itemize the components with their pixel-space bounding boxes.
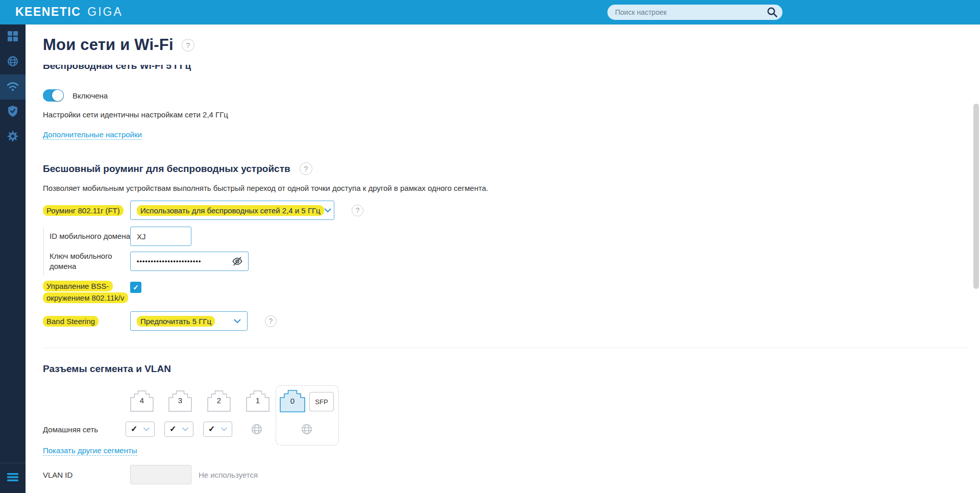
check-icon: ✓	[133, 283, 139, 291]
sidebar-item-internet[interactable]	[0, 50, 26, 75]
port-0-internet-globe-icon	[301, 423, 313, 437]
roaming-help-icon[interactable]: ?	[300, 162, 312, 175]
wifi5-section-title: Беспроводная сеть Wi-Fi 5 ГГц	[43, 65, 191, 71]
sidebar-menu-toggle[interactable]	[0, 463, 26, 493]
shield-icon	[7, 105, 18, 119]
section-divider	[43, 348, 968, 348]
port-0-selected[interactable]: 0	[280, 390, 305, 412]
vlan-id-label: VLAN ID	[43, 471, 130, 479]
port-4-segment-dropdown[interactable]: ✓	[126, 422, 155, 437]
settings-search	[607, 5, 782, 20]
sidebar-item-management[interactable]	[0, 125, 26, 150]
check-icon: ✓	[131, 425, 137, 433]
port-3[interactable]: 3	[168, 390, 192, 412]
sidebar-nav	[0, 24, 26, 493]
eye-slash-icon[interactable]	[232, 256, 243, 266]
vlan-status: Не используется	[199, 471, 258, 479]
page-help-icon[interactable]: ?	[182, 39, 194, 52]
band-steering-value: Предпочитать 5 ГГц	[137, 317, 215, 326]
gear-icon	[7, 130, 19, 144]
band-steering-label: Band Steering	[43, 317, 130, 326]
dashboard-icon	[7, 31, 18, 44]
wifi5-toggle-label: Включена	[72, 91, 108, 100]
domain-id-field[interactable]	[130, 227, 191, 246]
search-icon[interactable]	[766, 6, 778, 20]
domain-key-label: Ключ мобильного домена	[50, 251, 130, 272]
globe-icon	[7, 55, 19, 69]
bss-checkbox[interactable]: ✓	[130, 282, 141, 293]
port-3-segment-dropdown[interactable]: ✓	[164, 422, 193, 437]
wifi5-enabled-toggle[interactable]	[43, 89, 64, 102]
check-icon: ✓	[169, 425, 176, 433]
subfields-indent-rule	[43, 227, 44, 276]
domain-id-label: ID мобильного домена	[50, 231, 130, 241]
band-steering-help-icon[interactable]: ?	[265, 315, 277, 327]
scroll-content: Беспроводная сеть Wi-Fi 5 ГГц Включена Н…	[26, 65, 980, 493]
chevron-down-icon	[143, 427, 150, 431]
port-1-internet-globe-icon	[251, 423, 263, 437]
hamburger-icon	[7, 473, 18, 483]
port-2-segment-dropdown[interactable]: ✓	[203, 422, 232, 437]
domain-key-masked-value: •••••••••••••••••••••••	[137, 258, 232, 265]
advanced-settings-link[interactable]: Дополнительные настройки	[43, 130, 142, 140]
keenetic-logo: KEENETIC GIGA	[15, 5, 123, 19]
segments-section-title: Разъемы сегмента и VLAN	[43, 363, 171, 375]
ft-roaming-label: Роуминг 802.11r (FT)	[43, 206, 130, 215]
check-icon: ✓	[208, 425, 215, 433]
ft-roaming-value: Использовать для беспроводных сетей 2,4 …	[137, 206, 324, 215]
port-sfp[interactable]: SFP	[309, 392, 334, 411]
sidebar-item-dashboard[interactable]	[0, 24, 26, 50]
home-network-label: Домашняя сеть	[43, 425, 98, 434]
chevron-down-icon	[324, 206, 331, 215]
vlan-id-input[interactable]	[130, 465, 191, 484]
page-title: Мои сети и Wi-Fi	[43, 36, 174, 54]
wifi-icon	[6, 81, 20, 94]
sidebar-item-security[interactable]	[0, 100, 26, 125]
top-bar: KEENETIC GIGA	[0, 0, 980, 24]
port-1[interactable]: 1	[246, 390, 270, 412]
brand-model: GIGA	[87, 5, 123, 19]
band-steering-select[interactable]: Предпочитать 5 ГГц	[130, 311, 248, 331]
toggle-knob	[52, 90, 63, 101]
show-other-segments-link[interactable]: Показать другие сегменты	[43, 446, 137, 456]
wifi5-note: Настройки сети идентичны настройкам сети…	[43, 110, 228, 119]
roaming-section-title: Бесшовный роуминг для беспроводных устро…	[43, 163, 290, 175]
vertical-scrollbar-thumb[interactable]	[973, 104, 979, 289]
port-2[interactable]: 2	[207, 390, 231, 412]
ft-roaming-select[interactable]: Использовать для беспроводных сетей 2,4 …	[130, 201, 334, 220]
sidebar-item-wifi[interactable]	[0, 75, 26, 100]
domain-key-field[interactable]: •••••••••••••••••••••••	[130, 252, 249, 271]
search-input[interactable]	[607, 5, 782, 20]
chevron-down-icon	[182, 427, 188, 431]
port-4[interactable]: 4	[130, 390, 154, 412]
bss-label: Управление BSS-окружением 802.11k/v	[43, 281, 130, 304]
brand-name: KEENETIC	[15, 5, 81, 19]
domain-id-input[interactable]	[137, 232, 186, 241]
main-content: Мои сети и Wi-Fi ? Беспроводная сеть Wi-…	[26, 24, 980, 493]
chevron-down-icon	[234, 316, 241, 326]
ft-roaming-help-icon[interactable]: ?	[352, 205, 363, 216]
chevron-down-icon	[221, 427, 227, 431]
page-header: Мои сети и Wi-Fi ?	[26, 24, 980, 65]
roaming-description: Позволяет мобильным устройствам выполнят…	[43, 184, 488, 192]
